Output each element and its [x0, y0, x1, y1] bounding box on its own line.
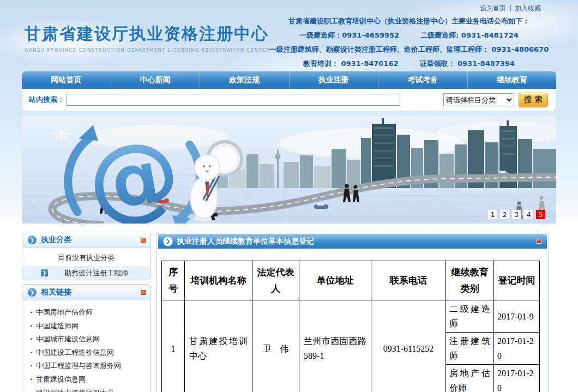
- page-button-3[interactable]: 3: [512, 210, 521, 219]
- category-panel: ❯ 执业分类 目前没有执业分类 ❯ 勘察设计注册工程师: [22, 232, 150, 280]
- banner-pagination: 12345: [488, 210, 545, 219]
- cell-date: 2017-01-20: [494, 333, 540, 365]
- table-row: 1甘肃建投培训中心卫 伟兰州市西固西路589-10931-6115252二级建造…: [162, 300, 540, 333]
- more-icon[interactable]: [141, 238, 146, 243]
- nav-item-3[interactable]: 政策法规: [200, 71, 289, 89]
- search-label: 站内搜索：: [29, 95, 64, 105]
- cell-no: 1: [162, 300, 185, 392]
- cell-phone: 0931-6115252: [371, 300, 446, 392]
- table-header-4: 单位地址: [299, 261, 371, 300]
- main-titlebar: ❯ 执业注册人员继续教育单位基本信息登记: [158, 234, 547, 249]
- arrow-square-icon: ❯: [41, 269, 48, 276]
- cell-address: 兰州市西固西路589-1: [299, 300, 371, 392]
- site-logo: 甘肃省建设厅执业资格注册中心 GANSU PROVINCE CONSTRUCTI…: [25, 23, 270, 53]
- search-bar: 站内搜索： 请选择栏目分类 搜 索: [22, 89, 556, 111]
- registration-table-wrap: 序号培训机构名称法定代表人单位地址联系电话继续教育类别登记时间1甘肃建投培训中心…: [161, 261, 549, 392]
- main-title: 执业注册人员继续教育单位基本信息登记: [177, 237, 314, 246]
- main-nav: 网站首页中心新闻政策法规执业注册考试考务继续教育: [22, 71, 556, 89]
- cell-category: 房地产估价师: [446, 365, 494, 392]
- cell-legal-rep: 卫 伟: [252, 300, 299, 392]
- category-empty-text: 目前没有执业分类: [22, 253, 150, 263]
- cell-date: 2017-01-20: [494, 365, 540, 392]
- banner-illustration: @: [22, 116, 556, 224]
- table-header-6: 继续教育类别: [446, 261, 494, 300]
- category-select[interactable]: 请选择栏目分类: [443, 93, 514, 106]
- page: 设为首页|加入收藏 甘肃省建设厅执业资格注册中心 GANSU PROVINCE …: [0, 0, 578, 392]
- nav-item-4[interactable]: 执业注册: [289, 71, 378, 89]
- related-link-7[interactable]: 建设部执业资格注册中心: [30, 387, 150, 392]
- related-link-3[interactable]: 中国城市建设信息网: [30, 333, 150, 346]
- arrow-circle-icon: ❯: [164, 237, 172, 246]
- svg-text:@: @: [79, 117, 188, 224]
- contact-line-2: 一级建造师：0931-4659952 二级建造师: 0931-8481724: [265, 28, 553, 43]
- page-button-2[interactable]: 2: [500, 210, 509, 219]
- topbar: 设为首页|加入收藏: [480, 4, 541, 13]
- contact-line-3: 一级注册建筑师、勘察设计类注册工程师、造价工程师、监理工程师： 0931-480…: [265, 43, 553, 57]
- related-link-4[interactable]: 中国建设工程造价信息网: [30, 346, 150, 360]
- related-links-title: 相关链接: [41, 287, 71, 297]
- contact-notice: 甘肃省建设职工教育培训中心（执业资格注册中心）主要业务电话公布如下：一级建造师：…: [265, 14, 553, 71]
- table-header-1: 序号: [162, 261, 185, 300]
- related-links-panel: ❯ 相关链接 中国房地产估价师中国建造师网中国城市建设信息网中国建设工程造价信息…: [22, 284, 150, 392]
- add-favorite-link[interactable]: 加入收藏: [515, 4, 541, 12]
- table-header-7: 登记时间: [494, 261, 540, 300]
- nav-item-2[interactable]: 中心新闻: [111, 71, 200, 89]
- more-icon[interactable]: [537, 239, 541, 244]
- arrow-circle-icon: ❯: [28, 288, 37, 297]
- nav-item-1[interactable]: 网站首页: [22, 71, 111, 89]
- set-home-link[interactable]: 设为首页: [480, 4, 506, 12]
- site-subtitle: GANSU PROVINCE CONSTRUCTION DEPARTMENT L…: [25, 47, 270, 53]
- nav-item-6[interactable]: 继续教育: [467, 71, 557, 89]
- related-link-1[interactable]: 中国房地产估价师: [30, 306, 150, 319]
- more-icon[interactable]: [141, 290, 146, 295]
- cell-category: 二级建造师: [446, 300, 494, 333]
- category-panel-title: 执业分类: [41, 235, 71, 245]
- related-links-header: ❯ 相关链接: [22, 285, 150, 300]
- page-button-5[interactable]: 5: [536, 210, 545, 219]
- page-button-4[interactable]: 4: [524, 210, 533, 219]
- related-link-5[interactable]: 中国工程监理与咨询服务网: [30, 359, 150, 373]
- registration-table: 序号培训机构名称法定代表人单位地址联系电话继续教育类别登记时间1甘肃建投培训中心…: [161, 261, 540, 392]
- category-panel-header: ❯ 执业分类: [22, 232, 150, 248]
- topbar-separator: |: [509, 4, 511, 12]
- search-button[interactable]: 搜 索: [519, 93, 548, 107]
- nav-item-5[interactable]: 考试考务: [378, 71, 467, 89]
- cell-org: 甘肃建投培训中心: [185, 300, 252, 392]
- contact-line-1: 甘肃省建设职工教育培训中心（执业资格注册中心）主要业务电话公布如下：: [265, 14, 553, 28]
- table-header-2: 培训机构名称: [185, 261, 252, 300]
- related-links-list: 中国房地产估价师中国建造师网中国城市建设信息网中国建设工程造价信息网中国工程监理…: [22, 300, 150, 392]
- site-title: 甘肃省建设厅执业资格注册中心: [25, 23, 270, 45]
- sidebar-item-survey-design-engineer[interactable]: ❯ 勘察设计注册工程师: [22, 266, 150, 280]
- search-input[interactable]: [67, 94, 400, 106]
- cell-date: 2017-01-9: [494, 300, 540, 333]
- arrow-circle-icon: ❯: [28, 236, 37, 244]
- table-header-3: 法定代表人: [252, 261, 299, 300]
- page-button-1[interactable]: 1: [488, 210, 497, 219]
- main-content-panel: ❯ 执业注册人员继续教育单位基本信息登记 序号培训机构名称法定代表人单位地址联系…: [156, 232, 549, 392]
- related-link-6[interactable]: 甘肃建设信息网: [30, 373, 150, 387]
- contact-line-4: 教育培训： 0931-8470162 证章领取： 0931-8487394: [265, 57, 553, 71]
- table-header-5: 联系电话: [371, 261, 446, 300]
- cell-category: 注册建筑师: [446, 333, 494, 365]
- related-link-2[interactable]: 中国建造师网: [30, 319, 150, 333]
- sidebar-item-label: 勘察设计注册工程师: [64, 268, 128, 278]
- banner: @ 12345: [22, 116, 556, 224]
